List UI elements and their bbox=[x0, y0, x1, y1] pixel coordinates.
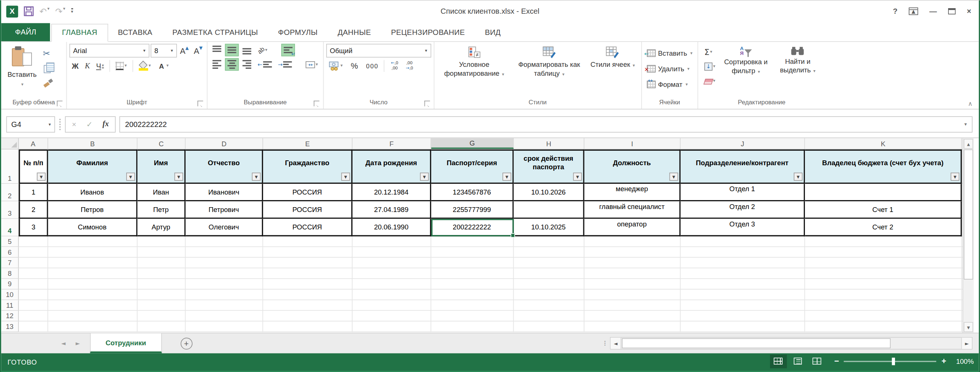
empty-cell[interactable] bbox=[431, 247, 514, 258]
delete-cells-button[interactable]: × Удалить▾ bbox=[644, 62, 692, 76]
decrease-indent-button[interactable]: ← bbox=[255, 58, 274, 71]
header-cell-i1[interactable]: Должность▼ bbox=[584, 150, 681, 184]
empty-cell[interactable] bbox=[353, 247, 431, 258]
header-cell-h1[interactable]: срок действия паспорта▼ bbox=[514, 150, 584, 184]
header-cell-g1[interactable]: Паспорт/серия▼ bbox=[431, 150, 514, 184]
cell-g4[interactable]: 2002222222 bbox=[431, 219, 514, 236]
save-button[interactable] bbox=[24, 6, 34, 16]
filter-button-e[interactable]: ▼ bbox=[341, 172, 350, 181]
column-header-i[interactable]: I bbox=[584, 138, 681, 149]
empty-cell[interactable] bbox=[48, 258, 138, 268]
sort-filter-button[interactable]: АЯ Сортировка и фильтр ▾ bbox=[719, 44, 773, 78]
filter-button-b[interactable]: ▼ bbox=[126, 172, 135, 181]
empty-cell[interactable] bbox=[805, 321, 962, 332]
cell-j4[interactable]: Отдел 3 bbox=[681, 219, 805, 236]
ribbon-tab-home[interactable]: ГЛАВНАЯ bbox=[51, 24, 108, 42]
cell-j2[interactable]: Отдел 1 bbox=[681, 184, 805, 201]
empty-cell[interactable] bbox=[353, 258, 431, 268]
enter-entry-button[interactable]: ✓ bbox=[81, 120, 98, 129]
empty-cell[interactable] bbox=[805, 247, 962, 258]
column-header-b[interactable]: B bbox=[48, 138, 138, 149]
empty-cell[interactable] bbox=[138, 290, 186, 300]
cell-k3[interactable]: Счет 1 bbox=[805, 201, 962, 219]
filter-button-j[interactable]: ▼ bbox=[794, 172, 803, 181]
header-cell-f1[interactable]: Дата рождения▼ bbox=[353, 150, 431, 184]
cell-e2[interactable]: РОССИЯ bbox=[263, 184, 353, 201]
find-select-button[interactable]: Найти и выделить ▾ bbox=[773, 44, 823, 77]
italic-button[interactable]: К bbox=[83, 59, 92, 72]
clipboard-dialog-launcher[interactable] bbox=[57, 101, 62, 106]
column-header-e[interactable]: E bbox=[263, 138, 353, 149]
page-break-view-button[interactable] bbox=[808, 354, 825, 368]
cell-c2[interactable]: Иван bbox=[138, 184, 186, 201]
row-header-13[interactable]: 13 bbox=[1, 321, 19, 332]
empty-cell[interactable] bbox=[263, 300, 353, 311]
empty-cell[interactable] bbox=[186, 247, 263, 258]
filter-button-f[interactable]: ▼ bbox=[420, 172, 429, 181]
empty-cell[interactable] bbox=[48, 268, 138, 279]
empty-cell[interactable] bbox=[431, 268, 514, 279]
empty-cell[interactable] bbox=[514, 268, 584, 279]
empty-cell[interactable] bbox=[805, 279, 962, 290]
copy-button[interactable]: ▾ bbox=[40, 61, 57, 75]
empty-cell[interactable] bbox=[681, 279, 805, 290]
row-header-4[interactable]: 4 bbox=[1, 219, 19, 236]
comma-style-button[interactable]: 000 bbox=[364, 60, 381, 72]
new-sheet-button[interactable]: + bbox=[180, 337, 192, 350]
vertical-scroll-thumb[interactable] bbox=[964, 150, 973, 279]
cell-i2[interactable]: менеджер bbox=[584, 184, 681, 201]
ribbon-tab-insert[interactable]: ВСТАВКА bbox=[108, 24, 162, 41]
insert-cells-button[interactable]: ← Вставить▾ bbox=[644, 46, 695, 60]
cell-f4[interactable]: 20.06.1990 bbox=[353, 219, 431, 236]
empty-cell[interactable] bbox=[431, 258, 514, 268]
insert-function-button[interactable]: fx bbox=[98, 120, 114, 129]
empty-cell[interactable] bbox=[584, 247, 681, 258]
customize-quick-access-button[interactable]: ▾ bbox=[71, 8, 73, 14]
empty-cell[interactable] bbox=[353, 300, 431, 311]
empty-cell[interactable] bbox=[805, 258, 962, 268]
cell-i4[interactable]: оператор bbox=[584, 219, 681, 236]
column-header-a[interactable]: A bbox=[19, 138, 48, 149]
empty-cell[interactable] bbox=[681, 300, 805, 311]
empty-cell[interactable] bbox=[138, 321, 186, 332]
cell-e3[interactable]: РОССИЯ bbox=[263, 201, 353, 219]
collapse-ribbon-button[interactable]: ∧ bbox=[968, 100, 972, 107]
empty-cell[interactable] bbox=[263, 321, 353, 332]
empty-cell[interactable] bbox=[681, 236, 805, 247]
empty-cell[interactable] bbox=[263, 247, 353, 258]
empty-cell[interactable] bbox=[19, 311, 48, 321]
filter-button-c[interactable]: ▼ bbox=[174, 172, 183, 181]
empty-cell[interactable] bbox=[48, 321, 138, 332]
empty-cell[interactable] bbox=[353, 321, 431, 332]
empty-cell[interactable] bbox=[514, 300, 584, 311]
fill-color-button[interactable]: ▾ bbox=[136, 60, 153, 72]
empty-cell[interactable] bbox=[431, 311, 514, 321]
column-header-j[interactable]: J bbox=[681, 138, 805, 149]
borders-button[interactable]: ▾ bbox=[113, 60, 129, 72]
bold-button[interactable]: Ж bbox=[69, 60, 81, 72]
empty-cell[interactable] bbox=[138, 236, 186, 247]
cell-b2[interactable]: Иванов bbox=[48, 184, 138, 201]
empty-cell[interactable] bbox=[48, 279, 138, 290]
percent-style-button[interactable]: % bbox=[346, 60, 362, 72]
empty-cell[interactable] bbox=[353, 279, 431, 290]
help-button[interactable]: ? bbox=[893, 8, 897, 15]
empty-cell[interactable] bbox=[514, 290, 584, 300]
cell-a4[interactable]: 3 bbox=[19, 219, 48, 236]
empty-cell[interactable] bbox=[584, 279, 681, 290]
empty-cell[interactable] bbox=[19, 258, 48, 268]
number-dialog-launcher[interactable] bbox=[424, 101, 430, 106]
empty-cell[interactable] bbox=[19, 247, 48, 258]
conditional-formatting-button[interactable]: ≠ Условное форматирование ▾ bbox=[437, 44, 512, 81]
empty-cell[interactable] bbox=[681, 268, 805, 279]
cell-a2[interactable]: 1 bbox=[19, 184, 48, 201]
empty-cell[interactable] bbox=[19, 279, 48, 290]
empty-cell[interactable] bbox=[681, 311, 805, 321]
empty-cell[interactable] bbox=[48, 290, 138, 300]
empty-cell[interactable] bbox=[186, 258, 263, 268]
tab-scroll-splitter[interactable]: • • • bbox=[605, 340, 606, 346]
empty-cell[interactable] bbox=[353, 311, 431, 321]
empty-cell[interactable] bbox=[514, 236, 584, 247]
column-header-c[interactable]: C bbox=[138, 138, 186, 149]
cell-h2[interactable]: 10.10.2026 bbox=[514, 184, 584, 201]
